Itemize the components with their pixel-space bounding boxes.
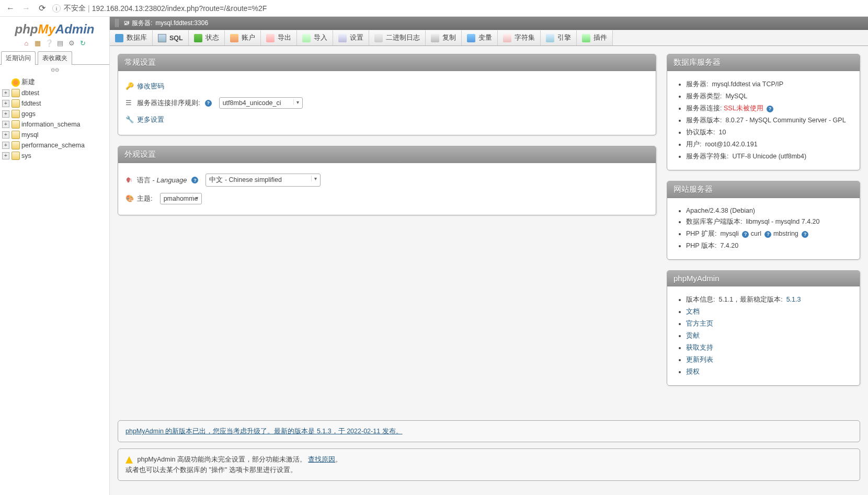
menu-users[interactable]: 账户 [225, 30, 261, 45]
warning-text-2: 或者也可以去某个数据库的 "操作" 选项卡那里进行设置。 [125, 466, 297, 474]
menu-engines[interactable]: 引擎 [541, 30, 577, 45]
info-icon: i [52, 4, 61, 13]
menu-status[interactable]: 状态 [189, 30, 225, 45]
panel-title: phpMyAdmin [667, 271, 860, 286]
engine-icon [546, 34, 554, 42]
menu-plugins[interactable]: 插件 [577, 30, 613, 45]
reload-icon[interactable]: ↻ [79, 39, 87, 48]
export-icon [266, 34, 275, 42]
url-text: 192.168.204.13:23802/index.php?route=/&r… [92, 4, 267, 13]
database-icon [115, 34, 123, 42]
menu-charsets[interactable]: 字符集 [498, 30, 541, 45]
license-link[interactable]: 授权 [686, 368, 700, 375]
tree-db-item[interactable]: +gogs [0, 109, 109, 119]
reload-button[interactable]: ⟳ [37, 3, 47, 14]
expand-icon[interactable]: + [2, 100, 9, 107]
tree-db-item[interactable]: +fddtest [0, 98, 109, 109]
logout-icon[interactable]: ▦ [33, 39, 42, 48]
contribute-link[interactable]: 贡献 [686, 332, 700, 339]
help-icon[interactable]: ? [802, 231, 808, 238]
settings-icon[interactable]: ⚙ [67, 39, 76, 48]
top-menu: 数据库 SQL 状态 账户 导出 导入 设置 二进制日志 复制 变量 字符集 引… [110, 30, 868, 46]
menu-databases[interactable]: 数据库 [110, 30, 153, 45]
panel-title: 网站服务器 [667, 181, 860, 198]
panel-title: 常规设置 [118, 54, 656, 71]
help-icon[interactable]: ? [764, 231, 771, 238]
help-icon[interactable]: ? [191, 177, 198, 183]
db-name: gogs [21, 110, 36, 118]
server-host[interactable]: mysql.fddtest:3306 [155, 19, 208, 27]
new-db-label: 新建 [21, 78, 35, 87]
collapse-handle[interactable]: ⊖⊖ [0, 65, 109, 75]
expand-icon[interactable]: + [2, 89, 9, 97]
latest-version-link[interactable]: 5.1.3 [786, 296, 801, 303]
drag-handle-icon [115, 19, 119, 27]
collation-select[interactable]: utf8mb4_unicode_ci [219, 97, 303, 109]
panel-appearance-settings: 外观设置 🗣 语言 - Language ? 中文 - Chinese simp… [118, 146, 656, 215]
more-settings-link[interactable]: 更多设置 [137, 115, 164, 124]
db-tree: 新建 +dbtest +fddtest +gogs +information_s… [0, 75, 109, 163]
language-select[interactable]: 中文 - Chinese simplified [205, 174, 321, 187]
tree-db-item[interactable]: +sys [0, 151, 109, 161]
db-icon [12, 152, 20, 160]
changes-link[interactable]: 更新列表 [686, 356, 713, 363]
db-name: sys [21, 152, 31, 159]
expand-icon[interactable]: + [2, 152, 9, 159]
docs-icon[interactable]: ❔ [45, 39, 53, 48]
menu-replication[interactable]: 复制 [426, 30, 462, 45]
menu-export[interactable]: 导出 [261, 30, 297, 45]
tree-db-item[interactable]: +dbtest [0, 88, 109, 98]
panel-title: 数据库服务器 [667, 54, 860, 71]
tree-new[interactable]: 新建 [10, 77, 109, 88]
expand-icon[interactable]: + [2, 131, 9, 139]
notice-config-warning: phpMyAdmin 高级功能尚未完全设置，部分功能未激活。 查找原因。 或者也… [118, 448, 860, 481]
docs-link[interactable]: 文档 [686, 308, 700, 315]
theme-select[interactable]: pmahomme [160, 193, 202, 204]
address-bar[interactable]: i 不安全 | 192.168.204.13:23802/index.php?r… [52, 4, 863, 13]
expand-icon[interactable]: + [2, 121, 9, 128]
phpmyadmin-logo[interactable]: phpMyAdmin [0, 17, 109, 38]
support-link[interactable]: 获取支持 [686, 344, 713, 351]
wrench-icon [338, 34, 347, 42]
language-icon: 🗣 [125, 176, 134, 185]
menu-settings[interactable]: 设置 [333, 30, 369, 45]
plugin-icon [582, 34, 590, 42]
tree-db-item[interactable]: +mysql [0, 130, 109, 140]
home-icon[interactable]: ⌂ [22, 39, 30, 48]
sql-icon[interactable]: ▤ [56, 39, 64, 48]
variables-icon [467, 34, 475, 42]
server-label: 服务器: [132, 19, 152, 28]
sidebar-quick-icons: ⌂ ▦ ❔ ▤ ⚙ ↻ [0, 38, 109, 51]
help-icon[interactable]: ? [205, 100, 212, 107]
lock-icon: 🔑 [125, 82, 134, 90]
db-icon [12, 141, 20, 149]
tree-db-item[interactable]: +information_schema [0, 119, 109, 130]
forward-button[interactable]: → [21, 3, 31, 14]
help-icon[interactable]: ? [742, 231, 749, 238]
help-icon[interactable]: ? [767, 106, 773, 112]
tree-db-item[interactable]: +performance_schema [0, 140, 109, 151]
tab-recent[interactable]: 近期访问 [1, 51, 36, 65]
db-name: fddtest [21, 100, 41, 107]
menu-variables[interactable]: 变量 [462, 30, 498, 45]
update-message[interactable]: phpMyAdmin 的新版本已出，您应当考虑升级了。最新的版本是 5.1.3，… [125, 428, 403, 435]
panel-phpmyadmin: phpMyAdmin 版本信息: 5.1.1，最新稳定版本: 5.1.3 文档 … [667, 270, 860, 386]
menu-import[interactable]: 导入 [297, 30, 333, 45]
change-password-link[interactable]: 修改密码 [137, 82, 164, 91]
find-reason-link[interactable]: 查找原因 [308, 456, 335, 463]
expand-icon[interactable]: + [2, 142, 9, 149]
back-button[interactable]: ← [5, 3, 16, 14]
expand-icon[interactable]: + [2, 110, 9, 118]
insecure-label: 不安全 [64, 4, 86, 13]
menu-binlog[interactable]: 二进制日志 [369, 30, 426, 45]
warning-icon [125, 456, 133, 464]
menu-sql[interactable]: SQL [153, 30, 189, 45]
user-icon [230, 34, 238, 42]
tab-favorites[interactable]: 表收藏夹 [38, 51, 72, 65]
status-icon [194, 34, 202, 42]
theme-icon: 🎨 [125, 194, 134, 203]
log-icon [374, 34, 383, 42]
charset-icon [503, 34, 511, 42]
homepage-link[interactable]: 官方主页 [686, 320, 713, 327]
gear-icon: 🔧 [125, 116, 134, 124]
